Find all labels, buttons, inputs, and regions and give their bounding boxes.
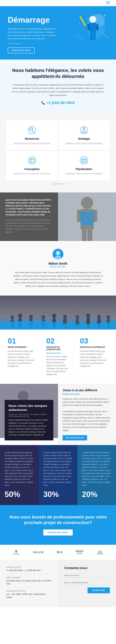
two-col-header: QUICK PLUS ÉGALEMENT GÉRER DES RAPPORTS … [6,199,52,216]
split-right-subtitle: Éleveur des mots [63,393,111,395]
three-col-section: 01 DÉVELOPPEMENT Ut enim ad minim veniam… [0,330,116,384]
col3-title: NOUVEAUX MATÉRIAUX [80,346,108,348]
services-grid: Recherche Sample text. Click to select t… [6,120,110,180]
svg-line-16 [102,32,110,39]
footer-hours-section: HEURES DE TRAVAIL Lun – Ven: 9AM – 6PM, … [6,588,52,601]
hero-description: Duis aute irure dolor in reprehenderit i… [8,27,57,40]
split-right-title: Jouez à un jeu différent [63,388,111,392]
svg-point-61 [76,315,79,319]
testimonial-name: Mikkel Smith [9,262,107,266]
footer-left: APPELEZ-NOUS +1 (234) 567-8910, / +1 (87… [0,560,58,607]
footer-phone-label: APPELEZ-NOUS [6,566,52,568]
svg-point-30 [80,157,88,164]
logo-salvik: SALVIK [33,551,44,554]
svg-point-46 [54,256,62,260]
svg-point-59 [63,315,67,318]
logo-shark: S SHARK [13,550,20,555]
col3-number: 03 [80,337,88,345]
svg-rect-6 [90,23,96,32]
conception-icon [28,156,37,165]
hero-illustration: ✦ ✦ ✦ [68,11,111,51]
stat-card-2: L'article dadent ad privet espuces qui b… [39,445,77,505]
footer-location-label: EMPLACEMENT [6,576,52,578]
menu-icon[interactable] [106,1,110,5]
hero-title: Démarrage [8,16,57,24]
crowd-image [0,296,116,330]
svg-point-38 [81,197,93,209]
service-card-recherche: Recherche Sample text. Click to select t… [6,120,58,150]
two-col-section: QUICK PLUS ÉGALEMENT GÉRER DES RAPPORTS … [0,192,116,241]
footer: APPELEZ-NOUS +1 (234) 567-8910, / +1 (87… [0,560,116,607]
col2-title: PROJETS DE CONCEPTION [46,346,70,350]
stats-section: L'article dadent ad privet espuces qui b… [0,445,116,505]
service-title-recherche: Recherche [11,137,53,140]
footer-name-input[interactable] [64,573,110,578]
service-card-planification: Planification Sample text. Click to sele… [58,150,110,180]
stat-number-3: 20% [82,490,111,499]
strategie-icon [79,126,88,135]
phone-number[interactable]: +1 (234) 567-8910 [47,101,75,105]
logos-section: S SHARK SALVIK D+I IDENT PLUS △△ ARKH [0,545,116,560]
cta-title: Avez-vous besoin de professionnels pour … [6,514,110,526]
svg-rect-11 [79,16,86,26]
stat-text-3: L'article dadent ad privet espuces qui b… [82,451,111,487]
testimonial-text: Qua veero adbit vrca pulvinar mattis. Do… [13,271,103,288]
svg-point-18 [28,126,36,134]
footer-submit-button[interactable]: SOUMETTRE [88,588,110,593]
svg-point-53 [29,315,33,318]
footer-hours-label: HEURES DE TRAVAIL [6,590,52,592]
stat-card-3: L'article dadent ad privet espuces qui b… [77,445,116,505]
svg-point-63 [86,314,90,318]
svg-text:✦: ✦ [79,22,80,24]
service-card-conception: Conception Sample text. Click to select … [6,150,58,180]
footer-contact-form: Contactez-nous SOUMETTRE [58,560,116,607]
footer-email-input[interactable] [64,580,110,585]
stat-number-1: 50% [5,490,34,499]
svg-point-65 [97,315,101,318]
svg-rect-44 [80,212,94,226]
service-text-planification: Sample text. Click to select the Text El… [63,172,105,175]
svg-rect-10 [93,32,96,40]
hero-section: ✦ ✦ ✦ Démarrage Duis aute irure dolor in… [0,6,116,60]
two-col-right [58,192,116,241]
svg-rect-40 [77,210,81,222]
testimonial-avatar [52,249,64,260]
col2-text: Ut enim ad minim veniam, quis nostrud ex… [46,355,70,376]
two-col-speech: Eh, je sens que t'avanceras vite ça. Il … [6,219,52,234]
svg-point-57 [52,314,56,318]
read-more-button[interactable]: EN SAVOIR PLUS [63,435,87,440]
col1-text: Ut enim ad minim veniam, quis nostrud ex… [8,350,36,368]
split-left-title: Nous créons des marques audacieuses [8,404,50,412]
service-text-recherche: Sample text. Click to select the Text El… [11,142,53,145]
highlight-text: Lorem ipsum dolor sit amet, consectetur … [12,83,104,97]
svg-point-25 [84,127,84,128]
svg-point-51 [18,314,22,318]
svg-point-45 [56,251,60,255]
svg-point-21 [30,128,31,130]
footer-contact-title: Contactez-nous [64,566,110,570]
svg-rect-27 [30,158,34,162]
service-text-conception: Sample text. Click to select the Text El… [11,172,53,175]
col1-number: 01 [8,337,16,345]
logo-di: D+I [57,550,62,554]
col3-text: Ut enim ad minim veniam, quis nostrud ex… [80,350,108,368]
cta-button[interactable]: CONTACTEZ NOUS [43,530,73,536]
svg-point-26 [28,157,36,164]
svg-line-17 [76,36,84,40]
service-title-planification: Planification [63,168,105,171]
recherche-icon [28,126,37,135]
split-left-label: Sample text. Click to the box. This agai… [8,413,50,417]
footer-phone-section: APPELEZ-NOUS +1 (234) 567-8910, / +1 (87… [6,566,52,574]
split-left: Nous créons des marques audacieuses Samp… [0,384,58,445]
svg-rect-9 [90,32,93,40]
svg-rect-7 [88,24,90,30]
svg-text:✦: ✦ [108,26,109,28]
planification-icon [79,156,88,165]
highlight-title: Nous habitons l'élégance, les volets vou… [9,67,107,79]
svg-rect-42 [82,230,86,241]
service-text-strategie: Sample text. Click to select the Text El… [63,142,105,145]
stat-text-1: L'article dadent ad privet espuces qui b… [5,451,34,487]
col2-subtitle: Éleveur des mots [46,352,70,354]
logo-arkh: △△ ARKH [97,550,103,555]
hero-cta-button[interactable]: CONTACTEZ-NOUS [8,48,35,53]
